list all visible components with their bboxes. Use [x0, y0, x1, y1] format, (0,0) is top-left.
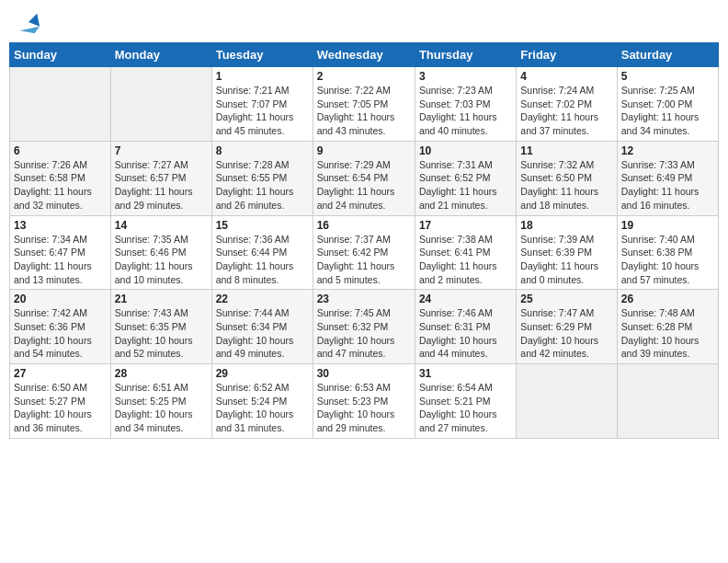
day-number: 15: [216, 219, 309, 232]
cell-info: Sunrise: 6:50 AM Sunset: 5:27 PM Dayligh…: [14, 381, 107, 435]
day-number: 31: [419, 367, 512, 380]
cell-info: Sunrise: 7:21 AM Sunset: 7:07 PM Dayligh…: [216, 84, 309, 138]
day-number: 27: [14, 367, 107, 380]
calendar-cell: 26Sunrise: 7:48 AM Sunset: 6:28 PM Dayli…: [617, 290, 718, 364]
cell-info: Sunrise: 7:40 AM Sunset: 6:38 PM Dayligh…: [621, 233, 714, 287]
day-number: 17: [419, 219, 512, 232]
calendar-cell: 12Sunrise: 7:33 AM Sunset: 6:49 PM Dayli…: [617, 141, 718, 215]
day-number: 23: [317, 293, 411, 305]
calendar-week-row: 13Sunrise: 7:34 AM Sunset: 6:47 PM Dayli…: [10, 215, 719, 290]
day-number: 1: [216, 70, 309, 83]
calendar-cell: 28Sunrise: 6:51 AM Sunset: 5:25 PM Dayli…: [110, 364, 211, 439]
day-number: 12: [621, 144, 714, 157]
day-number: 28: [115, 367, 208, 380]
cell-info: Sunrise: 7:45 AM Sunset: 6:32 PM Dayligh…: [317, 306, 411, 361]
cell-info: Sunrise: 7:42 AM Sunset: 6:36 PM Dayligh…: [14, 306, 107, 361]
day-header-sunday: Sunday: [10, 43, 111, 67]
day-header-friday: Friday: [517, 43, 617, 67]
calendar-cell: 30Sunrise: 6:53 AM Sunset: 5:23 PM Dayli…: [313, 364, 415, 439]
day-number: 10: [419, 144, 512, 157]
cell-info: Sunrise: 7:48 AM Sunset: 6:28 PM Dayligh…: [621, 306, 714, 361]
calendar-week-row: 6Sunrise: 7:26 AM Sunset: 6:58 PM Daylig…: [10, 141, 719, 215]
day-header-tuesday: Tuesday: [211, 43, 313, 67]
day-number: 3: [419, 70, 512, 83]
calendar-cell: 3Sunrise: 7:23 AM Sunset: 7:03 PM Daylig…: [415, 67, 516, 142]
calendar-cell: 8Sunrise: 7:28 AM Sunset: 6:55 PM Daylig…: [211, 141, 313, 215]
calendar-header-row: SundayMondayTuesdayWednesdayThursdayFrid…: [10, 43, 719, 67]
cell-info: Sunrise: 7:36 AM Sunset: 6:44 PM Dayligh…: [216, 233, 309, 287]
calendar-cell: [110, 67, 211, 142]
cell-info: Sunrise: 6:54 AM Sunset: 5:21 PM Dayligh…: [419, 381, 512, 435]
calendar-table: SundayMondayTuesdayWednesdayThursdayFrid…: [9, 42, 719, 439]
calendar-cell: [517, 364, 617, 439]
cell-info: Sunrise: 7:25 AM Sunset: 7:00 PM Dayligh…: [621, 84, 714, 138]
cell-info: Sunrise: 7:27 AM Sunset: 6:57 PM Dayligh…: [115, 158, 208, 213]
day-number: 5: [621, 70, 714, 83]
cell-info: Sunrise: 7:38 AM Sunset: 6:41 PM Dayligh…: [419, 233, 512, 287]
calendar-week-row: 27Sunrise: 6:50 AM Sunset: 5:27 PM Dayli…: [10, 364, 719, 439]
calendar-cell: 7Sunrise: 7:27 AM Sunset: 6:57 PM Daylig…: [110, 141, 211, 215]
calendar-cell: 17Sunrise: 7:38 AM Sunset: 6:41 PM Dayli…: [415, 215, 516, 290]
calendar-week-row: 20Sunrise: 7:42 AM Sunset: 6:36 PM Dayli…: [10, 290, 719, 364]
page-header: [9, 9, 719, 35]
cell-info: Sunrise: 6:51 AM Sunset: 5:25 PM Dayligh…: [115, 381, 208, 435]
svg-marker-1: [20, 27, 40, 33]
calendar-cell: 9Sunrise: 7:29 AM Sunset: 6:54 PM Daylig…: [313, 141, 415, 215]
calendar-cell: 15Sunrise: 7:36 AM Sunset: 6:44 PM Dayli…: [211, 215, 313, 290]
day-number: 16: [317, 219, 411, 232]
cell-info: Sunrise: 6:53 AM Sunset: 5:23 PM Dayligh…: [317, 381, 411, 435]
day-number: 20: [14, 293, 107, 305]
calendar-cell: 21Sunrise: 7:43 AM Sunset: 6:35 PM Dayli…: [110, 290, 211, 364]
day-number: 14: [115, 219, 208, 232]
calendar-cell: 2Sunrise: 7:22 AM Sunset: 7:05 PM Daylig…: [313, 67, 415, 142]
cell-info: Sunrise: 7:23 AM Sunset: 7:03 PM Dayligh…: [419, 84, 512, 138]
cell-info: Sunrise: 7:46 AM Sunset: 6:31 PM Dayligh…: [419, 306, 512, 361]
day-number: 29: [216, 367, 309, 380]
cell-info: Sunrise: 7:22 AM Sunset: 7:05 PM Dayligh…: [317, 84, 411, 138]
calendar-cell: 13Sunrise: 7:34 AM Sunset: 6:47 PM Dayli…: [10, 215, 111, 290]
cell-info: Sunrise: 7:35 AM Sunset: 6:46 PM Dayligh…: [115, 233, 208, 287]
day-number: 24: [419, 293, 512, 305]
day-number: 19: [621, 219, 714, 232]
day-number: 4: [520, 70, 612, 83]
day-number: 30: [317, 367, 411, 380]
calendar-cell: [617, 364, 718, 439]
day-number: 7: [115, 144, 208, 157]
cell-info: Sunrise: 7:43 AM Sunset: 6:35 PM Dayligh…: [115, 306, 208, 361]
calendar-cell: 24Sunrise: 7:46 AM Sunset: 6:31 PM Dayli…: [415, 290, 516, 364]
calendar-cell: 16Sunrise: 7:37 AM Sunset: 6:42 PM Dayli…: [313, 215, 415, 290]
calendar-cell: 27Sunrise: 6:50 AM Sunset: 5:27 PM Dayli…: [10, 364, 111, 439]
day-number: 13: [14, 219, 107, 232]
calendar-cell: 18Sunrise: 7:39 AM Sunset: 6:39 PM Dayli…: [517, 215, 617, 290]
logo: [13, 9, 41, 35]
day-number: 6: [14, 144, 107, 157]
calendar-cell: 29Sunrise: 6:52 AM Sunset: 5:24 PM Dayli…: [211, 364, 313, 439]
logo-icon: [16, 9, 41, 35]
cell-info: Sunrise: 7:29 AM Sunset: 6:54 PM Dayligh…: [317, 158, 411, 213]
calendar-cell: 25Sunrise: 7:47 AM Sunset: 6:29 PM Dayli…: [517, 290, 617, 364]
cell-info: Sunrise: 7:37 AM Sunset: 6:42 PM Dayligh…: [317, 233, 411, 287]
calendar-cell: 22Sunrise: 7:44 AM Sunset: 6:34 PM Dayli…: [211, 290, 313, 364]
calendar-cell: 4Sunrise: 7:24 AM Sunset: 7:02 PM Daylig…: [517, 67, 617, 142]
day-number: 11: [520, 144, 612, 157]
day-number: 18: [520, 219, 612, 232]
cell-info: Sunrise: 7:34 AM Sunset: 6:47 PM Dayligh…: [14, 233, 107, 287]
calendar-cell: 14Sunrise: 7:35 AM Sunset: 6:46 PM Dayli…: [110, 215, 211, 290]
calendar-cell: 6Sunrise: 7:26 AM Sunset: 6:58 PM Daylig…: [10, 141, 111, 215]
calendar-cell: 23Sunrise: 7:45 AM Sunset: 6:32 PM Dayli…: [313, 290, 415, 364]
calendar-cell: 11Sunrise: 7:32 AM Sunset: 6:50 PM Dayli…: [517, 141, 617, 215]
cell-info: Sunrise: 6:52 AM Sunset: 5:24 PM Dayligh…: [216, 381, 309, 435]
cell-info: Sunrise: 7:24 AM Sunset: 7:02 PM Dayligh…: [520, 84, 612, 138]
day-header-thursday: Thursday: [415, 43, 516, 67]
calendar-week-row: 1Sunrise: 7:21 AM Sunset: 7:07 PM Daylig…: [10, 67, 719, 142]
cell-info: Sunrise: 7:47 AM Sunset: 6:29 PM Dayligh…: [520, 306, 612, 361]
cell-info: Sunrise: 7:32 AM Sunset: 6:50 PM Dayligh…: [520, 158, 612, 213]
cell-info: Sunrise: 7:28 AM Sunset: 6:55 PM Dayligh…: [216, 158, 309, 213]
day-number: 22: [216, 293, 309, 305]
day-number: 21: [115, 293, 208, 305]
cell-info: Sunrise: 7:44 AM Sunset: 6:34 PM Dayligh…: [216, 306, 309, 361]
calendar-cell: 31Sunrise: 6:54 AM Sunset: 5:21 PM Dayli…: [415, 364, 516, 439]
calendar-cell: 10Sunrise: 7:31 AM Sunset: 6:52 PM Dayli…: [415, 141, 516, 215]
cell-info: Sunrise: 7:33 AM Sunset: 6:49 PM Dayligh…: [621, 158, 714, 213]
cell-info: Sunrise: 7:26 AM Sunset: 6:58 PM Dayligh…: [14, 158, 107, 213]
